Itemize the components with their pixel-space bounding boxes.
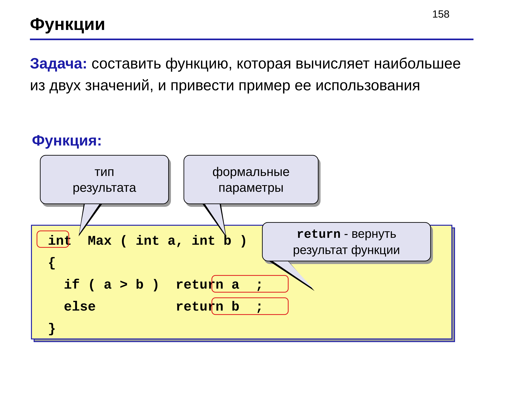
callout-return-line1: return - вернуть [297,226,396,242]
task-block: Задача: составить функцию, которая вычис… [30,52,474,96]
highlight-return-a [211,275,289,293]
callout-result-type-line2: результата [73,180,136,195]
callout-return: return - вернуть результат функции [262,222,431,261]
title-underline [30,38,474,40]
callout-result-type-line1: тип [95,164,114,180]
highlight-int [37,230,69,248]
callout-formal-params-line2: параметры [219,180,284,195]
callout-formal-params-line1: формальные [212,164,290,180]
callout-result-type: тип результата [40,155,169,204]
task-label: Задача: [30,55,87,72]
callout-return-keyword: return [297,228,341,241]
function-label: Функция: [32,132,102,149]
code-line-5: } [40,322,56,336]
page-title: Функции [30,14,105,34]
highlight-return-b [211,298,289,315]
callout-formal-params: формальные параметры [184,155,318,204]
code-line-2: { [40,256,56,271]
callout-return-line1-rest: - вернуть [341,227,396,240]
task-text: составить функцию, которая вычисляет наи… [30,55,461,94]
callout-return-line2: результат функции [293,242,400,258]
page-number: 158 [432,8,450,20]
